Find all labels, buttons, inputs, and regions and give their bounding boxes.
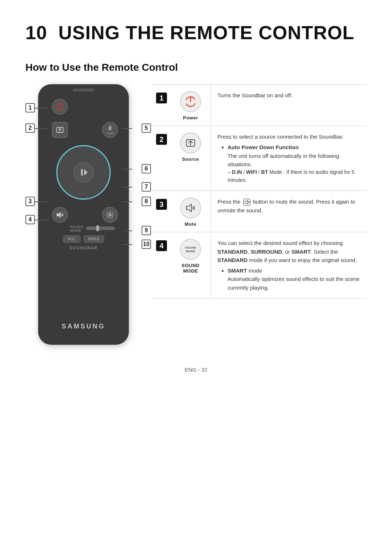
- svg-marker-5: [84, 169, 87, 175]
- row4-desc: You can select the desired sound effect …: [211, 232, 367, 298]
- description-table: 1 Power Turns the Soundbar on and off. 2: [152, 84, 367, 299]
- svg-marker-6: [57, 212, 61, 218]
- svg-marker-18: [245, 200, 247, 204]
- table-row-3: 3 Mute Press the: [152, 191, 367, 232]
- jog-wheel: [56, 145, 111, 200]
- callout-8: 8: [142, 197, 151, 206]
- row1-icon-circle: [180, 91, 201, 112]
- callout-7-line: [122, 187, 132, 188]
- row2-desc: Press to select a source connected to th…: [211, 126, 367, 191]
- table-row-2: 2 Source Press to select a source connec…: [152, 126, 367, 191]
- bluetooth-icon: [107, 125, 113, 131]
- page-footer: ENG - 32: [25, 367, 367, 373]
- row2-icon-circle: [180, 132, 201, 154]
- row2-icon-label: Source: [182, 156, 199, 162]
- row2-icon-col: Source: [171, 126, 211, 191]
- callout-6: 6: [142, 164, 151, 173]
- row1-power-icon: [184, 95, 197, 108]
- table-row-1: 1 Power Turns the Soundbar on and off.: [152, 85, 367, 126]
- mute-icon: [56, 211, 64, 219]
- row2-dash-1: D.IN / WIFI / BT Mode : If there is no a…: [228, 168, 363, 184]
- row1-badge: 1: [156, 93, 167, 103]
- power-button: [52, 99, 68, 115]
- source-bt-row: PAIR: [45, 122, 122, 138]
- callout-7: 7: [142, 182, 151, 192]
- sound-mode-row: SOUNDMODE: [45, 225, 122, 232]
- row3-desc: Press the button to mute the sound. Pres…: [211, 191, 367, 232]
- bass-button: BASS: [83, 235, 104, 243]
- row1-icon-label: Power: [183, 115, 198, 120]
- page-title: 10 USING THE REMOTE CONTROL: [25, 22, 367, 44]
- sound-mode-slider-area: SOUNDMODE: [70, 225, 115, 232]
- remote-body: PAIR: [38, 84, 129, 345]
- mute-button: [52, 207, 68, 223]
- row2-num: 2: [152, 126, 171, 191]
- pair-label: PAIR: [106, 132, 114, 135]
- sound-mode-slider: [86, 226, 115, 230]
- svg-point-9: [109, 214, 111, 216]
- row3-desc-text: Press the: [217, 199, 242, 205]
- row2-source-icon: [185, 137, 196, 149]
- play-pause-icon: [79, 168, 88, 177]
- sound-mode-icon-text-1: SOUND: [185, 246, 196, 249]
- callout-3-line: [35, 201, 49, 202]
- svg-marker-4: [81, 169, 83, 175]
- play-pause-button: [73, 162, 94, 183]
- callout-1: 1: [25, 103, 35, 113]
- row4-badge: 4: [156, 240, 167, 251]
- row4-desc-text: You can select the desired sound effect …: [217, 240, 357, 263]
- row1-icon-col: Power: [171, 85, 211, 126]
- row2-bullet-list: Auto Power Down FunctionThe unit turns o…: [222, 143, 363, 168]
- table-row-4: 4 SOUND MODE SOUND MODE You can select t…: [152, 232, 367, 299]
- callout-9-line: [122, 230, 132, 231]
- row1-desc-text: Turns the Soundbar on and off.: [217, 92, 293, 98]
- row2-badge: 2: [156, 134, 167, 145]
- callout-10-line: [122, 244, 132, 245]
- row3-badge: 3: [156, 199, 167, 210]
- source-button: [52, 122, 68, 138]
- bluetooth-button: PAIR: [102, 122, 118, 138]
- row1-num: 1: [152, 85, 171, 126]
- callout-3: 3: [25, 197, 35, 206]
- callout-2-line: [35, 128, 49, 129]
- row4-icon-col: SOUND MODE SOUND MODE: [171, 232, 211, 298]
- svg-rect-17: [243, 199, 250, 205]
- callout-5-line: [122, 128, 132, 129]
- brand-label: SAMSUNG: [62, 323, 105, 330]
- row2-desc-text: Press to select a source connected to th…: [217, 134, 344, 140]
- soundbar-label: SOUNDBAR: [69, 246, 98, 250]
- vol-bass-row: VOL BASS: [45, 235, 122, 243]
- source-icon: [56, 126, 64, 134]
- remote-diagram: PAIR: [25, 84, 142, 345]
- row4-sound-mode-icon: SOUND MODE: [180, 239, 201, 260]
- row4-bullet-1: SMART modeAutomatically optimizes sound …: [228, 266, 363, 292]
- callout-2: 2: [25, 123, 35, 133]
- row3-mute-inline-icon: [243, 199, 250, 206]
- callout-4: 4: [25, 215, 35, 224]
- row3-num: 3: [152, 191, 171, 232]
- callout-4-line: [35, 220, 49, 220]
- sound-mode-icon-text-2: MODE: [186, 250, 195, 253]
- row2-bullet-1: Auto Power Down FunctionThe unit turns o…: [228, 143, 363, 168]
- callout-9: 9: [142, 226, 151, 235]
- callout-1-line: [35, 108, 49, 109]
- footer-text: ENG - 32: [185, 367, 208, 373]
- mute-settings-row: [45, 207, 122, 223]
- sound-mode-text: SOUNDMODE: [70, 225, 84, 232]
- row3-icon-label: Mute: [185, 221, 196, 227]
- callout-10: 10: [142, 240, 151, 249]
- row3-icon-col: Mute: [171, 191, 211, 232]
- settings-icon: [106, 211, 114, 219]
- settings-button: [102, 207, 118, 223]
- callout-5: 5: [142, 123, 151, 133]
- main-content: PAIR: [25, 84, 367, 345]
- vol-button: VOL: [63, 235, 81, 243]
- callout-6-line: [122, 169, 132, 169]
- row3-inline-icon: [243, 199, 250, 206]
- power-row: [45, 99, 122, 115]
- row1-desc: Turns the Soundbar on and off.: [211, 85, 367, 126]
- svg-marker-14: [187, 204, 192, 212]
- row3-icon-circle: [180, 197, 201, 218]
- row4-bullet-list: SMART modeAutomatically optimizes sound …: [222, 266, 363, 292]
- row4-num: 4: [152, 232, 171, 298]
